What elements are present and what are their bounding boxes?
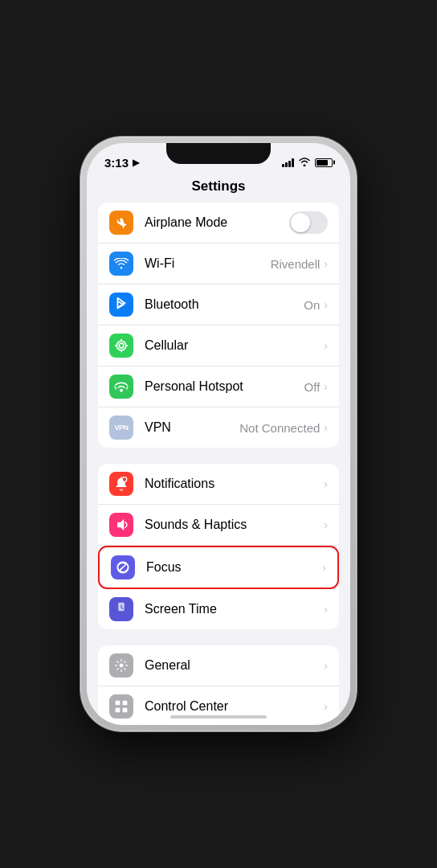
bluetooth-label: Bluetooth [145,297,304,312]
home-indicator [170,715,267,719]
general-label: General [145,658,324,673]
notifications-row[interactable]: Notifications › [98,464,339,505]
airplane-mode-icon [109,211,133,235]
svg-point-12 [120,664,124,668]
phone-screen: 3:13 ▶ Settings [87,143,350,725]
wifi-row[interactable]: Wi-Fi Rivendell › [98,244,339,285]
time-display: 3:13 [104,156,129,170]
svg-rect-16 [123,708,128,713]
status-time: 3:13 ▶ [104,156,139,170]
cellular-icon [109,334,133,358]
focus-chevron: › [322,561,326,574]
control-center-label: Control Center [145,699,324,714]
hotspot-icon [109,375,133,399]
screen-time-icon [109,597,133,621]
svg-rect-15 [116,708,120,713]
screen-time-chevron: › [324,603,328,616]
hotspot-row[interactable]: Personal Hotspot Off › [98,366,339,407]
vpn-label: VPN [145,420,239,435]
svg-point-7 [122,477,127,482]
phone-frame: 3:13 ▶ Settings [80,137,357,731]
hotspot-value: Off [304,380,321,394]
notch [166,143,271,164]
cellular-chevron: › [324,339,328,352]
hotspot-chevron: › [324,380,328,393]
wifi-label: Wi-Fi [145,256,271,271]
airplane-mode-toggle[interactable] [289,211,328,234]
vpn-row[interactable]: VPN VPN Not Connected › [98,407,339,448]
sounds-chevron: › [324,518,328,531]
bluetooth-value: On [304,298,320,312]
bluetooth-row[interactable]: Bluetooth On › [98,285,339,326]
hotspot-label: Personal Hotspot [145,379,304,394]
svg-point-1 [119,343,124,348]
connectivity-group: Airplane Mode Wi-Fi Rivendell › [98,203,339,448]
sounds-label: Sounds & Haptics [145,518,324,532]
general-row[interactable]: General › [98,645,339,686]
svg-point-6 [120,389,123,392]
svg-point-0 [116,341,125,350]
settings-content[interactable]: Airplane Mode Wi-Fi Rivendell › [87,203,350,725]
notifications-chevron: › [324,477,328,490]
signal-icon [282,158,294,167]
battery-fill [317,160,328,166]
control-center-row[interactable]: Control Center › [98,686,339,725]
general-icon [109,653,133,678]
svg-rect-13 [116,701,120,706]
vpn-chevron: › [324,421,328,434]
sounds-row[interactable]: Sounds & Haptics › [98,505,339,546]
control-center-icon [109,694,133,719]
svg-rect-14 [123,701,128,706]
wifi-chevron: › [324,257,328,270]
cellular-row[interactable]: Cellular › [98,326,339,366]
notifications-group: Notifications › Sounds & Haptics › [98,464,339,629]
bluetooth-icon [109,293,133,317]
focus-label: Focus [146,560,322,575]
svg-marker-8 [117,519,124,531]
sounds-icon [109,513,133,537]
vpn-icon: VPN [109,416,133,440]
location-arrow-icon: ▶ [133,158,139,168]
page-title: Settings [87,175,350,203]
wifi-icon [109,252,133,276]
notifications-label: Notifications [145,477,324,491]
cellular-label: Cellular [145,338,324,353]
airplane-mode-row[interactable]: Airplane Mode [98,203,339,244]
status-icons [282,157,333,169]
battery-icon [315,158,333,167]
vpn-value: Not Connected [239,421,320,435]
general-chevron: › [324,659,328,672]
airplane-mode-label: Airplane Mode [145,215,289,230]
wifi-status-icon [298,157,311,169]
screen-time-label: Screen Time [145,602,324,616]
control-center-chevron: › [324,700,328,713]
focus-icon [111,555,135,579]
wifi-value: Rivendell [271,257,321,271]
screen-time-row[interactable]: Screen Time › [98,589,339,629]
general-group: General › Control Center › [98,645,339,725]
bluetooth-chevron: › [324,298,328,311]
notifications-icon [109,472,133,496]
focus-row[interactable]: Focus › [98,546,339,589]
